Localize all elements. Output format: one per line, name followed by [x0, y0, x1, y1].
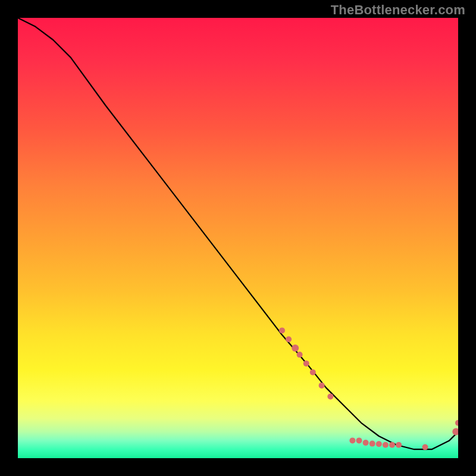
data-point [383, 442, 389, 448]
data-point [389, 442, 395, 448]
data-point [286, 336, 292, 342]
data-point [310, 369, 316, 375]
data-point [422, 444, 428, 450]
data-point [349, 437, 355, 443]
series-dots [279, 327, 458, 450]
data-point [279, 327, 285, 333]
curve-line [18, 18, 458, 449]
data-point [376, 441, 382, 447]
attribution-label: TheBottlenecker.com [331, 2, 465, 18]
data-point [396, 442, 402, 448]
data-point [319, 383, 325, 389]
chart-svg [18, 18, 458, 458]
plot-area [18, 18, 458, 458]
data-point [303, 361, 309, 367]
data-point [369, 441, 375, 447]
data-point [292, 345, 299, 352]
data-point [356, 437, 362, 443]
data-point [455, 420, 458, 426]
data-point [327, 393, 333, 399]
data-point [297, 352, 303, 358]
data-point [452, 428, 458, 436]
chart-frame: TheBottlenecker.com [0, 0, 476, 476]
data-point [363, 440, 369, 446]
